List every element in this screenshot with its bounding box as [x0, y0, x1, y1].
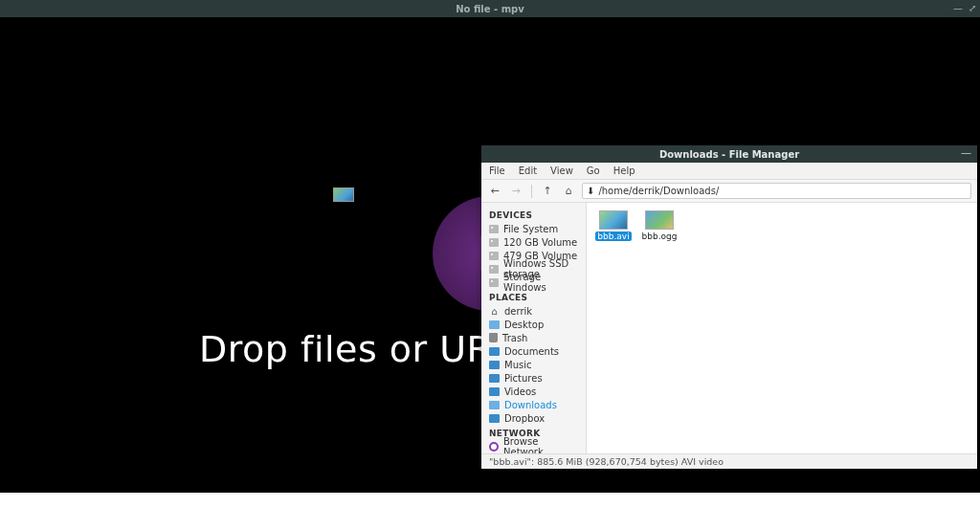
sidebar-item-documents[interactable]: Documents: [481, 344, 586, 358]
fm-body: DEVICES File System 120 GB Volume 479 GB…: [481, 203, 977, 453]
sidebar-item-volume-120gb[interactable]: 120 GB Volume: [481, 235, 586, 249]
sidebar-item-label: Browse Network: [503, 436, 578, 453]
minimize-button[interactable]: —: [961, 147, 971, 158]
nav-forward-button[interactable]: →: [508, 184, 523, 199]
fm-toolbar: ← → ↑ ⌂ ⬇ /home/derrik/Downloads/: [481, 180, 977, 203]
sidebar-item-label: File System: [503, 224, 558, 234]
file-manager-window: Downloads - File Manager — File Edit Vie…: [481, 145, 977, 469]
minimize-button[interactable]: —: [953, 4, 963, 13]
sidebar-item-browse-network[interactable]: Browse Network: [481, 440, 586, 453]
folder-icon: [489, 320, 500, 329]
trash-icon: [489, 333, 498, 342]
fm-sidebar: DEVICES File System 120 GB Volume 479 GB…: [481, 203, 587, 453]
fm-titlebar[interactable]: Downloads - File Manager —: [481, 145, 977, 163]
nav-home-button[interactable]: ⌂: [561, 184, 576, 199]
sidebar-item-label: Music: [504, 360, 531, 370]
sidebar-item-trash[interactable]: Trash: [481, 331, 586, 344]
folder-icon: [489, 374, 500, 383]
file-label: bbb.ogg: [640, 231, 679, 241]
status-text: "bbb.avi": 885.6 MiB (928,670,754 bytes)…: [489, 456, 724, 467]
fm-window-title: Downloads - File Manager: [481, 149, 977, 160]
nav-up-button[interactable]: ↑: [540, 184, 555, 199]
drive-icon: [489, 278, 499, 287]
sidebar-item-label: Downloads: [504, 400, 557, 410]
location-bar[interactable]: ⬇ /home/derrik/Downloads/: [582, 183, 971, 199]
sidebar-item-label: Dropbox: [504, 413, 545, 424]
video-thumbnail-icon: [645, 210, 674, 230]
menu-view[interactable]: View: [550, 165, 573, 176]
sidebar-item-filesystem[interactable]: File System: [481, 222, 586, 235]
sidebar-item-label: Pictures: [504, 373, 543, 384]
drive-icon: [489, 238, 499, 247]
mpv-window-title: No file - mpv: [0, 4, 980, 14]
fm-content-area[interactable]: bbb.avi bbb.ogg: [587, 203, 977, 453]
sidebar-item-storage-windows[interactable]: Storage Windows: [481, 276, 586, 289]
download-icon: ⬇: [587, 186, 594, 196]
sidebar-item-label: Desktop: [504, 320, 544, 330]
sidebar-item-pictures[interactable]: Pictures: [481, 371, 586, 385]
nav-back-button[interactable]: ←: [487, 184, 502, 199]
sidebar-item-dropbox[interactable]: Dropbox: [481, 411, 586, 425]
drive-icon: [489, 252, 499, 260]
sidebar-item-label: Trash: [502, 333, 527, 343]
sidebar-item-home[interactable]: ⌂derrik: [481, 304, 586, 318]
folder-icon: [489, 347, 500, 356]
sidebar-item-music[interactable]: Music: [481, 358, 586, 371]
file-label: bbb.avi: [595, 231, 631, 241]
network-icon: [489, 442, 499, 452]
menu-file[interactable]: File: [489, 165, 505, 176]
sidebar-item-label: Documents: [504, 346, 559, 357]
drag-ghost-thumbnail: [333, 187, 354, 202]
folder-icon: [489, 401, 500, 409]
menu-edit[interactable]: Edit: [519, 165, 537, 176]
maximize-button[interactable]: ⤢: [969, 4, 976, 13]
sidebar-item-label: Storage Windows: [503, 272, 578, 293]
drive-icon: [489, 225, 499, 233]
menu-go[interactable]: Go: [587, 165, 600, 176]
menu-help[interactable]: Help: [613, 165, 635, 176]
fm-menubar: File Edit View Go Help: [481, 163, 977, 180]
folder-icon: [489, 361, 500, 369]
sidebar-item-label: 120 GB Volume: [503, 237, 577, 248]
folder-icon: [489, 387, 500, 396]
desktop-background-edge: [0, 493, 980, 529]
mpv-titlebar[interactable]: No file - mpv — ⤢: [0, 0, 980, 17]
fm-statusbar: "bbb.avi": 885.6 MiB (928,670,754 bytes)…: [481, 453, 977, 469]
drive-icon: [489, 265, 499, 274]
sidebar-item-label: Videos: [504, 386, 536, 397]
sidebar-header-devices: DEVICES: [481, 207, 586, 222]
folder-icon: [489, 414, 500, 423]
sidebar-item-label: derrik: [504, 306, 532, 317]
sidebar-item-desktop[interactable]: Desktop: [481, 318, 586, 331]
sidebar-item-videos[interactable]: Videos: [481, 385, 586, 398]
sidebar-item-downloads[interactable]: Downloads: [481, 398, 586, 411]
video-thumbnail-icon: [599, 210, 628, 230]
home-icon: ⌂: [489, 306, 500, 317]
file-item-bbb-avi[interactable]: bbb.avi: [596, 210, 631, 241]
location-path: /home/derrik/Downloads/: [598, 186, 719, 196]
file-item-bbb-ogg[interactable]: bbb.ogg: [642, 210, 677, 241]
toolbar-separator: [531, 185, 532, 198]
mpv-window-controls: — ⤢: [953, 0, 976, 17]
